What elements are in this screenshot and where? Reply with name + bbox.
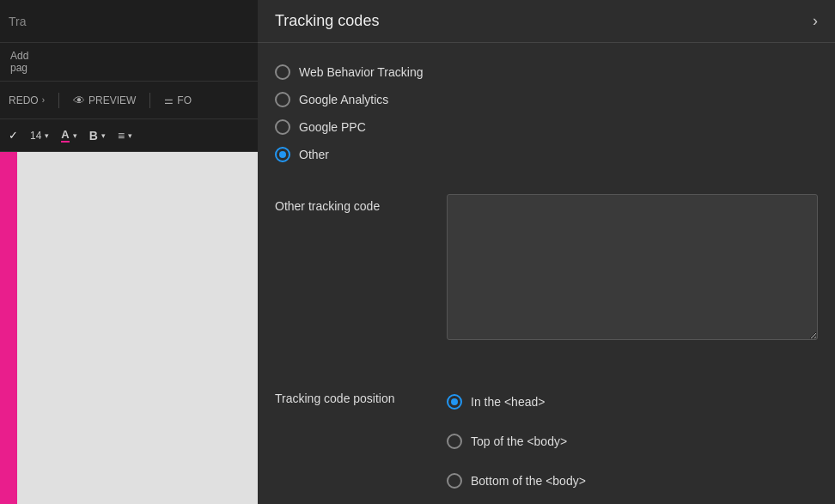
redo-button[interactable]: REDO ›: [9, 94, 45, 106]
radio-label-head: In the <head>: [471, 395, 545, 409]
toolbar-divider-1: [58, 93, 59, 108]
tracking-code-row: Other tracking code: [275, 194, 818, 340]
tracking-code-position-section: Tracking code position In the <head> Top…: [275, 374, 818, 504]
radio-label-top: Top of the <body>: [471, 434, 567, 448]
radio-item-web[interactable]: Web Behavior Tracking: [275, 58, 818, 86]
radio-circle-head: [447, 394, 462, 410]
align-chevron-icon: ▾: [128, 131, 132, 140]
preview-button[interactable]: 👁 PREVIEW: [73, 94, 136, 107]
radio-circle-ga: [275, 92, 290, 107]
position-row: Tracking code position In the <head> Top…: [275, 388, 818, 495]
tracking-codes-panel: Tracking codes › Web Behavior Tracking G…: [258, 0, 835, 504]
panel-title: Tracking codes: [275, 12, 379, 30]
bold-chevron-icon: ▾: [101, 131, 106, 140]
editor-toolbar: REDO › 👁 PREVIEW ⚌ FO: [0, 82, 258, 119]
radio-circle-web: [275, 64, 290, 80]
radio-label-other: Other: [299, 148, 329, 161]
text-color-chevron-icon: ▾: [73, 131, 77, 140]
radio-label-bottom: Bottom of the <body>: [471, 474, 586, 488]
other-tracking-code-section: Other tracking code: [275, 177, 818, 374]
position-options-group: In the <head> Top of the <body> Bottom o…: [447, 388, 586, 495]
partial-header-text: Tra: [9, 15, 26, 28]
radio-item-ppc[interactable]: Google PPC: [275, 113, 818, 141]
editor-format-bar: ✓ 14 ▾ A ▾ B ▾ ≡ ▾: [0, 119, 258, 152]
radio-item-other[interactable]: Other: [275, 141, 818, 168]
text-color-button[interactable]: A ▾: [61, 128, 76, 143]
bold-button[interactable]: B ▾: [89, 129, 106, 143]
checkmark-item[interactable]: ✓: [9, 129, 18, 142]
canvas-content: [17, 152, 258, 504]
radio-circle-ppc: [275, 119, 290, 135]
toolbar-divider-2: [149, 93, 150, 108]
font-size-selector[interactable]: 14 ▾: [30, 130, 49, 142]
fo-label: FO: [177, 94, 192, 106]
redo-chevron-icon: ›: [42, 95, 45, 105]
tracking-type-radio-group: Web Behavior Tracking Google Analytics G…: [275, 43, 818, 177]
eye-icon: 👁: [73, 94, 85, 107]
sliders-icon: ⚌: [164, 94, 174, 106]
redo-label: REDO: [9, 94, 39, 106]
radio-label-ppc: Google PPC: [299, 120, 366, 134]
bold-label: B: [89, 129, 98, 143]
text-color-label: A: [61, 128, 69, 143]
panel-header: Tracking codes ›: [258, 0, 835, 43]
partial-add-line2: pag: [10, 62, 247, 74]
align-label: ≡: [118, 129, 125, 143]
position-radio-top[interactable]: Top of the <body>: [447, 428, 586, 455]
preview-label: PREVIEW: [88, 94, 136, 106]
editor-canvas: [0, 152, 258, 504]
tracking-code-textarea[interactable]: [447, 194, 818, 340]
canvas-pink-block: [0, 152, 17, 504]
font-size-value: 14: [30, 130, 41, 142]
partial-add-line1: Add: [10, 50, 247, 62]
radio-circle-other: [275, 147, 290, 162]
panel-body: Web Behavior Tracking Google Analytics G…: [258, 43, 835, 504]
partial-add-text: Add pag: [0, 43, 258, 82]
position-label: Tracking code position: [275, 388, 430, 405]
font-size-chevron-icon: ▾: [45, 131, 49, 140]
position-radio-bottom[interactable]: Bottom of the <body>: [447, 467, 586, 495]
radio-circle-top: [447, 434, 462, 449]
tracking-code-label: Other tracking code: [275, 194, 430, 213]
editor-left-panel: Tra Add pag REDO › 👁 PREVIEW ⚌ FO ✓ 14 ▾…: [0, 0, 258, 504]
radio-label-ga: Google Analytics: [299, 93, 388, 106]
format-button[interactable]: ⚌ FO: [164, 94, 192, 106]
radio-item-ga[interactable]: Google Analytics: [275, 86, 818, 113]
panel-close-icon[interactable]: ›: [813, 12, 818, 30]
align-button[interactable]: ≡ ▾: [118, 129, 132, 143]
radio-circle-bottom: [447, 473, 462, 489]
position-radio-head[interactable]: In the <head>: [447, 388, 586, 416]
partial-tra-text: Tra: [9, 15, 26, 28]
radio-label-web: Web Behavior Tracking: [299, 65, 423, 79]
